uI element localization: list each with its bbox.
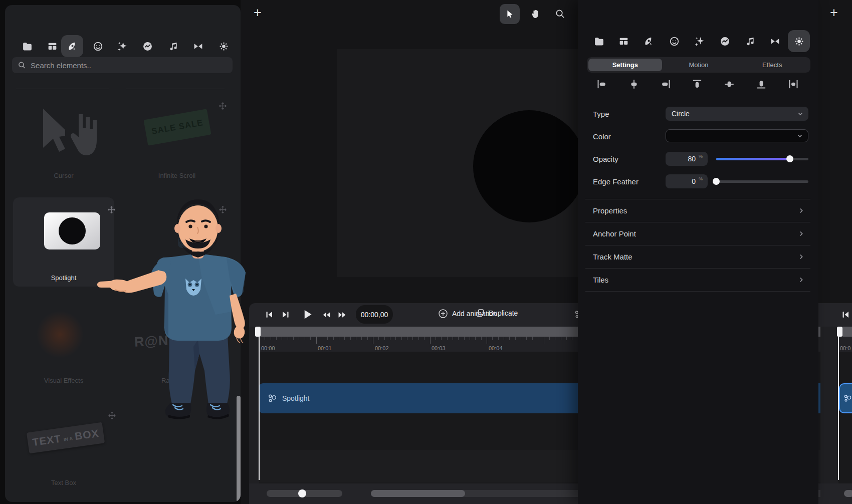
spotlight-card[interactable] [13, 197, 114, 287]
card-label-text-box[interactable]: Text Box [13, 479, 114, 486]
edge-feather-slider[interactable] [716, 180, 808, 183]
rewind-button[interactable] [321, 310, 331, 322]
card-label-visual-effects[interactable]: Visual Effects [13, 377, 114, 384]
fast-forward-button[interactable] [338, 310, 347, 322]
type-label: Type [593, 110, 609, 118]
opacity-label: Opacity [593, 155, 618, 163]
card-label-spotlight[interactable]: Spotlight [13, 274, 114, 282]
nav-folder[interactable] [588, 30, 610, 52]
zoom-tool-button[interactable] [555, 9, 565, 21]
nav-layout[interactable] [41, 35, 63, 57]
align-right-icon[interactable] [661, 79, 671, 89]
type-dropdown[interactable]: Circle [666, 107, 808, 121]
nav-transitions-wave[interactable] [714, 30, 736, 52]
duplicate-button[interactable]: Duplicate [476, 309, 518, 318]
playhead-line[interactable] [259, 327, 260, 480]
ruler-label: 00:01 [318, 345, 332, 351]
opacity-slider-thumb[interactable] [786, 155, 793, 162]
nav-effects[interactable] [111, 35, 133, 57]
edge-feather-unit: % [699, 176, 703, 181]
properties-panel: Settings Motion Effects Type Circle Colo… [578, 0, 818, 504]
spotlight-circle-overlay[interactable] [473, 110, 585, 222]
timeline-zoom-thumb[interactable] [298, 489, 306, 497]
sparkles-icon [117, 41, 127, 52]
sidebar-scrollbar[interactable] [237, 396, 241, 502]
hand-tool-button[interactable] [530, 9, 541, 21]
card-label-sale[interactable]: Infinite Scroll [126, 172, 228, 179]
nav-effects[interactable] [688, 30, 710, 52]
color-swatch[interactable] [666, 129, 808, 142]
emoji-icon [669, 36, 680, 47]
section-properties[interactable]: Properties [585, 199, 810, 222]
section-label: Properties [593, 206, 627, 215]
nav-emoji[interactable] [663, 30, 685, 52]
opacity-input[interactable]: 80 % [666, 152, 708, 166]
move-icon[interactable] [108, 411, 116, 420]
nav-settings[interactable] [212, 35, 235, 57]
nav-elements[interactable] [637, 30, 660, 52]
bubbles-icon [267, 393, 277, 403]
bowtie-icon [770, 36, 780, 47]
selected-clip-fragment[interactable] [839, 383, 852, 413]
tab-effects[interactable]: Effects [735, 59, 809, 71]
folder-icon [22, 41, 33, 52]
timeline-scrub-bar[interactable] [842, 327, 852, 337]
add-element-button[interactable]: + [254, 7, 262, 18]
elements-sidebar: Cursor SALE SALE Infinite Scroll Spotlig… [5, 5, 241, 502]
tab-motion[interactable]: Motion [662, 59, 736, 71]
edge-feather-input[interactable]: 0 % [666, 174, 708, 188]
opacity-slider[interactable] [716, 158, 808, 160]
card-label-random[interactable]: Random R [126, 377, 228, 384]
nav-settings[interactable] [788, 30, 810, 52]
playhead-grip[interactable] [837, 327, 842, 337]
section-anchor-point[interactable]: Anchor Point [585, 222, 810, 245]
playhead-line[interactable] [838, 327, 839, 480]
skip-to-start-button[interactable] [265, 310, 274, 321]
rocket-icon [644, 36, 654, 47]
chevron-down-icon [797, 133, 803, 139]
cursor-hand-glyph [68, 109, 99, 159]
spotlight-thumbnail [44, 212, 100, 249]
distribute-h-icon[interactable] [788, 79, 798, 89]
timeline-hscrollbar-thumb[interactable] [371, 490, 465, 497]
time-display: 00:00,00 [356, 305, 393, 324]
card-label-cursor[interactable]: Cursor [13, 172, 114, 179]
align-center-h-icon[interactable] [629, 79, 639, 89]
nav-folder[interactable] [16, 35, 38, 57]
add-element-button-secondary[interactable]: + [830, 7, 838, 18]
nav-transition[interactable] [764, 30, 786, 52]
edge-feather-slider-thumb[interactable] [713, 178, 720, 185]
tab-settings[interactable]: Settings [588, 59, 662, 71]
nav-elements[interactable] [61, 35, 83, 57]
ruler-label: 00:02 [375, 345, 389, 351]
nav-music[interactable] [162, 35, 184, 57]
skip-to-start-button[interactable] [841, 310, 850, 321]
nav-transition[interactable] [187, 35, 209, 57]
edge-feather-label: Edge Feather [593, 177, 638, 186]
align-bottom-icon[interactable] [756, 79, 766, 89]
chevron-right-icon [798, 277, 804, 283]
align-middle-v-icon[interactable] [724, 79, 734, 89]
nav-transitions-wave[interactable] [136, 35, 158, 57]
search-input[interactable] [31, 61, 227, 70]
secondary-timeline-strip: 00:0 [820, 303, 852, 504]
section-tiles[interactable]: Tiles [585, 268, 810, 291]
align-top-icon[interactable] [692, 79, 702, 89]
duplicate-label: Duplicate [489, 309, 518, 317]
move-icon[interactable] [219, 102, 227, 110]
section-track-matte[interactable]: Track Matte [585, 245, 810, 268]
playhead-grip[interactable] [255, 327, 261, 337]
move-icon[interactable] [219, 205, 227, 214]
skip-to-end-button[interactable] [281, 310, 290, 321]
nav-layout[interactable] [612, 30, 634, 52]
chevron-down-icon [797, 111, 803, 117]
nav-emoji[interactable] [87, 35, 109, 57]
search-elements[interactable] [12, 57, 233, 73]
play-button[interactable] [302, 309, 313, 322]
align-left-icon[interactable] [597, 79, 607, 89]
timeline-hscrollbar-thumb[interactable] [844, 490, 852, 497]
chevron-right-icon [798, 230, 804, 237]
cursor-tool-button[interactable] [500, 4, 520, 24]
move-icon[interactable] [107, 205, 116, 214]
nav-music[interactable] [739, 30, 761, 52]
